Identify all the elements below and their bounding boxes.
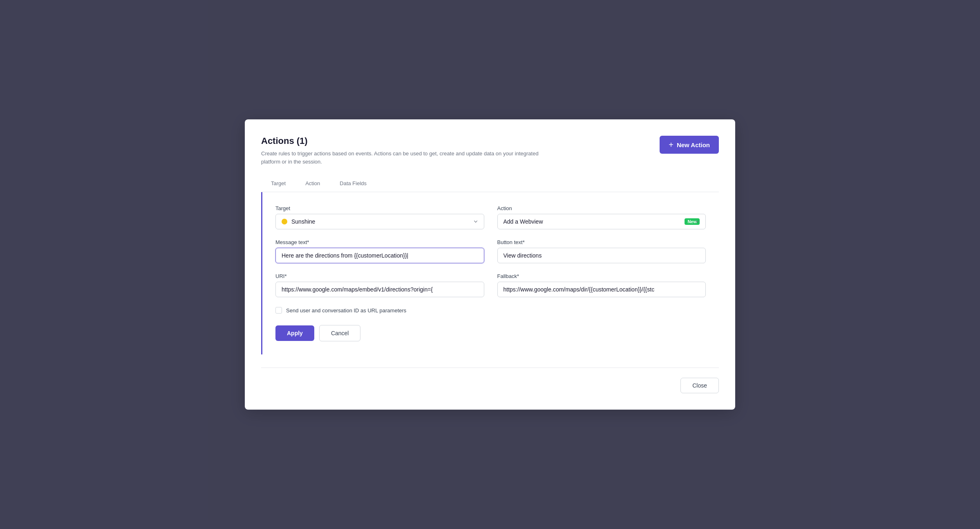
action-group: Action Add a Webview New [497,205,706,229]
button-text-input[interactable] [497,248,706,263]
button-text-group: Button text* [497,239,706,263]
button-row: Apply Cancel [275,325,706,341]
cancel-button[interactable]: Cancel [319,325,361,341]
button-text-label: Button text* [497,239,706,245]
new-action-label: New Action [677,141,710,148]
target-label: Target [275,205,484,211]
modal-header-content: Actions (1) Create rules to trigger acti… [261,136,547,166]
send-ids-label: Send user and conversation ID as URL par… [286,307,406,314]
uri-label: URI* [275,273,484,279]
tab-action[interactable]: Action [295,175,330,192]
target-select[interactable]: Sunshine [275,214,484,229]
checkbox-row: Send user and conversation ID as URL par… [275,307,706,314]
plus-icon: + [669,141,673,149]
message-text-label: Message text* [275,239,484,245]
new-action-button[interactable]: + New Action [660,136,719,154]
target-group: Target Sunshine [275,205,484,229]
uri-input[interactable] [275,282,484,297]
fallback-group: Fallback* [497,273,706,297]
form-row-target-action: Target Sunshine Action Add a Webview New [275,205,706,229]
form-row-uri-fallback: URI* Fallback* [275,273,706,297]
sunshine-dot-icon [282,219,287,224]
message-text-group: Message text* [275,239,484,263]
form-section: Target Sunshine Action Add a Webview New [261,192,719,354]
tabs-row: Target Action Data Fields [261,175,719,192]
new-badge: New [685,218,700,225]
send-ids-checkbox[interactable] [275,307,282,314]
fallback-label: Fallback* [497,273,706,279]
message-text-input[interactable] [275,248,484,263]
form-row-message-button: Message text* Button text* [275,239,706,263]
modal-title: Actions (1) [261,136,547,146]
tab-data-fields[interactable]: Data Fields [330,175,376,192]
modal-description: Create rules to trigger actions based on… [261,150,547,166]
action-label: Action [497,205,706,211]
actions-modal: Actions (1) Create rules to trigger acti… [245,119,735,410]
action-value: Add a Webview [503,218,682,225]
apply-button[interactable]: Apply [275,325,314,341]
close-button[interactable]: Close [680,378,719,393]
modal-footer: Close [261,368,719,393]
modal-header: Actions (1) Create rules to trigger acti… [261,136,719,166]
modal-overlay: Actions (1) Create rules to trigger acti… [0,0,980,529]
action-select[interactable]: Add a Webview New [497,214,706,229]
tab-target[interactable]: Target [261,175,295,192]
uri-group: URI* [275,273,484,297]
target-value: Sunshine [291,218,478,225]
fallback-input[interactable] [497,282,706,297]
